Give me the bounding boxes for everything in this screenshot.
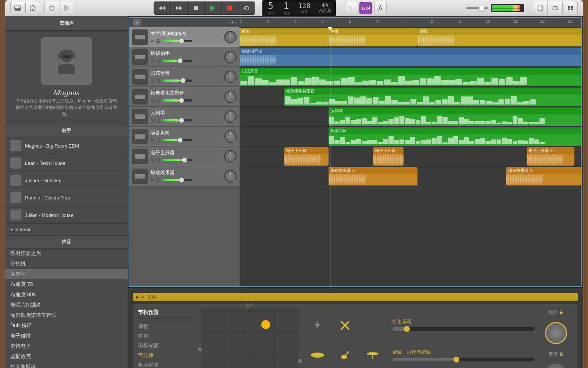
lock-icon[interactable]: 🔒 (559, 310, 563, 314)
preset-item[interactable]: 狂喜 (138, 332, 197, 341)
sound-item[interactable]: 布迪克 78 (5, 279, 128, 290)
mute-icon[interactable]: ✕ (151, 118, 154, 123)
track-header[interactable]: 大空间 (Magnus)✕🎧LR (129, 27, 240, 47)
preset-item[interactable]: 萤光棒 (138, 351, 197, 360)
mute-icon[interactable]: ✕ (151, 78, 154, 83)
headphone-icon[interactable]: 🎧 (155, 59, 161, 63)
preset-item[interactable]: 舞动起来 (138, 360, 197, 368)
region[interactable]: 经典模拟背景音 (284, 88, 581, 106)
region-lane[interactable]: 噪音贝司 (240, 127, 581, 146)
timeline-area[interactable]: 12345678910111213 前奏主歌副歌铙钹拍手 ⊙扫弦琶音经典模拟背景… (240, 18, 581, 286)
headphone-icon[interactable]: 🎧 (155, 118, 161, 123)
region-settings-icon[interactable]: ✕ (141, 294, 144, 300)
mute-icon[interactable]: ✕ (151, 39, 154, 43)
scissors-button[interactable] (60, 2, 74, 14)
preset-item[interactable]: 闪烁光源 (138, 341, 197, 351)
sound-item[interactable]: 深沉铁克诺浩室音乐 (5, 310, 128, 321)
sticks-icon[interactable] (334, 313, 356, 337)
region[interactable]: 主歌 (329, 28, 417, 46)
track-header[interactable]: 铙钹拍手✕🎧LR (129, 47, 240, 67)
preset-item[interactable]: 颂歌 (138, 322, 197, 332)
rewind-button[interactable] (154, 1, 171, 15)
pan-knob[interactable]: LR (224, 110, 237, 123)
play-region-icon[interactable]: ▶ (136, 294, 139, 300)
pan-knob[interactable]: LR (224, 71, 237, 83)
region-lane[interactable]: 爆破效果器 ⊙爆破效果器 ⊙ (240, 166, 581, 186)
sound-item[interactable]: 独立迪斯科 (5, 362, 128, 368)
fills-knob[interactable] (545, 322, 567, 344)
category-row[interactable]: Electronic› (5, 224, 128, 235)
region-lane[interactable]: 电子上升器电子上升器电子上升器 ⊙ (240, 146, 581, 166)
sound-item[interactable]: 大空间 (5, 269, 128, 279)
pan-knob[interactable]: LR (224, 51, 237, 63)
mute-icon[interactable]: ✕ (151, 178, 154, 183)
xy-puck[interactable] (261, 320, 270, 329)
tambourine-icon[interactable] (306, 343, 329, 367)
track-header[interactable]: 大钢琴✕🎧LR (129, 107, 240, 127)
notepad-button[interactable] (533, 2, 548, 14)
region[interactable]: 电子上升器 (373, 147, 404, 166)
region[interactable]: 铙钹拍手 ⊙ (240, 48, 581, 66)
region-lane[interactable]: 大钢琴 (240, 107, 581, 127)
play-button[interactable] (204, 1, 221, 15)
track-volume-slider[interactable] (163, 98, 221, 103)
region[interactable]: 前奏 (240, 28, 329, 46)
sound-item[interactable]: 节拍机 (5, 259, 128, 269)
shaker-icon[interactable] (334, 343, 356, 367)
mute-icon[interactable]: ✕ (151, 59, 154, 63)
pan-knob[interactable]: LR (224, 91, 237, 103)
track-volume-slider[interactable] (163, 78, 221, 84)
track-volume-slider[interactable] (163, 58, 221, 64)
complexity-slider[interactable] (392, 327, 534, 331)
drummer-item[interactable]: Ronnie - Electro Trap (5, 189, 128, 206)
metronome-button[interactable] (374, 2, 387, 14)
complexity-slider[interactable] (392, 358, 534, 361)
cycle-button[interactable] (238, 1, 255, 15)
help-button[interactable]: ? (25, 2, 40, 14)
headphone-icon[interactable]: 🎧 (155, 178, 161, 183)
track-volume-slider[interactable] (163, 177, 221, 183)
count-in-button[interactable]: 1234 (359, 2, 372, 14)
headphone-icon[interactable]: 🎧 (155, 98, 161, 103)
pan-knob[interactable]: LR (224, 31, 237, 43)
region[interactable]: 电子上升器 (284, 147, 329, 166)
smart-controls-toggle[interactable] (44, 2, 59, 14)
region[interactable]: 副歌 (417, 28, 581, 46)
region[interactable]: 爆破效果器 ⊙ (329, 167, 417, 185)
region[interactable]: 电子上升器 ⊙ (527, 147, 574, 166)
headphone-icon[interactable]: 🎧 (155, 138, 161, 143)
track-volume-slider[interactable] (163, 117, 221, 123)
region-lane[interactable]: 扫弦琶音 (240, 67, 581, 87)
mute-icon[interactable]: ✕ (151, 158, 154, 163)
lcd-display[interactable]: 5小节 1节拍 128速度 4/4A大调 (262, 0, 336, 16)
drummer-item[interactable]: Magnus - Big Room EDM (5, 137, 128, 155)
library-toggle[interactable] (10, 2, 25, 14)
track-volume-slider[interactable] (163, 157, 221, 163)
pan-knob[interactable]: LR (224, 170, 237, 183)
track-header[interactable]: 经典模拟背景音✕🎧LR (129, 87, 240, 107)
drummer-item[interactable]: Leah - Tech House (5, 155, 128, 172)
sound-item[interactable]: 布迪克 808 (5, 290, 128, 300)
sound-item[interactable]: 坚韧放克 (5, 351, 128, 362)
track-header[interactable]: 噪音贝司✕🎧LR (129, 127, 240, 146)
lock-icon[interactable]: 🔒 (559, 352, 563, 356)
sound-item[interactable]: 电子碰撞 (5, 331, 128, 341)
region-lane[interactable]: 前奏主歌副歌 (240, 27, 581, 47)
headphone-icon[interactable]: 🎧 (155, 78, 161, 83)
track-header[interactable]: 爆破效果器✕🎧LR (129, 166, 240, 186)
headphone-icon[interactable]: 🎧 (155, 158, 161, 163)
xy-pad[interactable]: 大声 柔和 简单 复杂 (202, 309, 298, 368)
record-button[interactable] (221, 1, 238, 15)
track-volume-slider[interactable] (163, 137, 221, 143)
drummer-item[interactable]: Jasper - Dubstep (5, 172, 128, 189)
track-header[interactable]: 电子上升器✕🎧LR (129, 146, 240, 166)
forward-button[interactable] (171, 1, 187, 15)
hihat-icon[interactable] (361, 343, 384, 367)
region-lane[interactable]: 铙钹拍手 ⊙ (240, 47, 581, 67)
drummer-item[interactable]: Julian - Modern House (5, 206, 128, 224)
track-header[interactable]: 扫弦琶音✕🎧LR (129, 67, 240, 87)
swing-knob[interactable] (545, 364, 567, 368)
region[interactable]: 噪音贝司 (329, 127, 581, 146)
track-filter-icon[interactable]: ›✦‹ (229, 20, 236, 25)
playhead[interactable] (330, 27, 330, 286)
